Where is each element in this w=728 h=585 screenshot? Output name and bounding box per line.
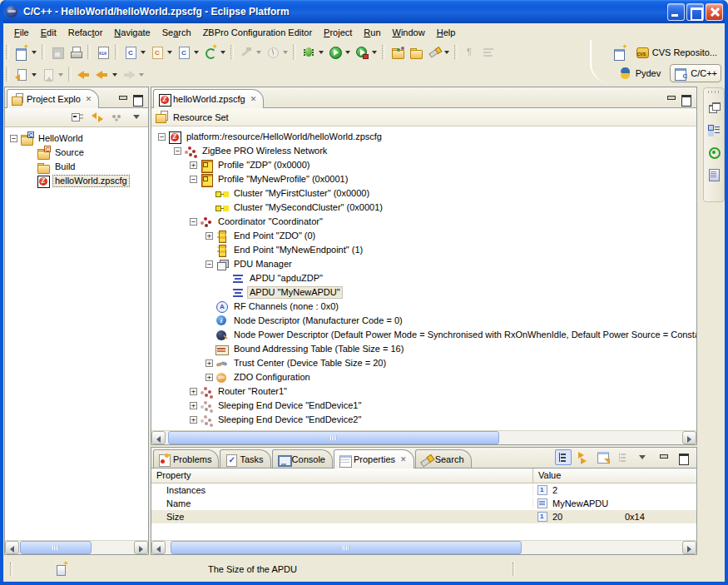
tree-item[interactable]: Bound Addressing Table (Table Size = 16) [151,342,696,356]
tree-item[interactable]: +Router "Router1" [151,384,696,399]
maximize-button[interactable] [675,449,691,465]
fast-view-target-button[interactable] [707,146,721,161]
tree-expander-icon[interactable]: + [190,402,197,409]
tree-mode-button[interactable] [555,449,572,465]
dropdown-arrow-icon[interactable] [112,73,117,77]
table-row[interactable]: Size200x14 [151,510,696,523]
run-button[interactable] [326,43,344,62]
window-minimize-button[interactable] [667,3,685,21]
tree-item[interactable]: CSource [5,146,148,160]
open-type-button[interactable] [389,43,407,62]
tree-expander-icon[interactable]: + [206,374,213,381]
open-resource-button[interactable] [407,43,425,62]
properties-hscrollbar[interactable] [151,540,696,554]
tab-console[interactable]: Console [272,449,333,468]
menu-item-help[interactable]: Help [431,26,462,39]
tab-editor-helloworld-zpscfg[interactable]: helloWorld.zpscfg ✕ [153,89,264,108]
tree-item[interactable]: RF Channels (none : 0x0) [151,300,696,314]
back-button[interactable] [93,66,111,84]
menu-item-edit[interactable]: Edit [35,26,62,39]
dropdown-arrow-icon[interactable] [32,51,37,54]
print-button[interactable] [67,43,85,62]
project-explorer-hscrollbar[interactable] [5,540,148,554]
window-close-button[interactable] [706,3,723,21]
tree-item[interactable]: −ZigBee PRO Wireless Network [151,144,696,158]
maximize-view-button[interactable] [132,94,143,104]
new-c-file-button[interactable] [121,43,140,62]
table-row[interactable]: Instances2 [151,483,696,497]
scroll-left-button[interactable] [151,431,166,444]
scroll-thumb[interactable] [20,541,92,554]
dropdown-arrow-icon[interactable] [444,51,449,54]
tab-properties[interactable]: Properties✕ [334,449,414,468]
dropdown-button[interactable] [130,110,145,125]
tree-expander-icon[interactable]: − [190,218,197,226]
tree-item[interactable]: +Sleeping End Device "EndDevice1" [151,399,696,413]
tree-item[interactable]: End Point "MyNewEndpoint" (1) [151,243,696,257]
scroll-left-button[interactable] [5,541,19,554]
tree-item[interactable]: −Coordinator "Coordinator" [151,215,696,229]
tree-item[interactable]: +Sleeping End Device "EndDevice2" [151,413,696,427]
tree-item[interactable]: +Profile "ZDP" (0x0000) [151,158,696,172]
close-icon[interactable]: ✕ [86,95,92,103]
scroll-thumb[interactable] [168,431,498,444]
dropdown-arrow-icon[interactable] [372,51,377,54]
scroll-right-button[interactable] [682,431,696,444]
drag-handle[interactable] [708,91,720,93]
advanced-properties-button[interactable] [575,449,592,465]
column-header-property[interactable]: Property [151,468,533,483]
run-external-button[interactable] [353,43,371,62]
tree-item[interactable]: −platform:/resource/HelloWorld/helloWorl… [151,130,696,144]
tree-expander-icon[interactable]: + [190,161,197,169]
tree-item[interactable]: Node Power Descriptor (Default Power Mod… [151,328,696,342]
collapse-all-button[interactable] [70,110,85,125]
dropdown-arrow-icon[interactable] [345,51,350,54]
tree-expander-icon[interactable]: − [158,133,166,141]
menu-item-window[interactable]: Window [387,26,431,39]
tree-expander-icon[interactable]: − [190,176,197,183]
tree-item[interactable]: +End Point "ZDO" (0) [151,229,696,243]
column-header-value[interactable]: Value [533,468,564,483]
tree-item[interactable]: Node Descriptor (Manufacturer Code = 0) [151,314,696,328]
minimize-editor-button[interactable] [666,94,676,104]
close-icon[interactable]: ✕ [250,95,257,103]
maximize-editor-button[interactable] [681,94,691,104]
tree-item[interactable]: −CHelloWorld [5,131,148,146]
binary-file-button[interactable] [94,43,112,62]
new-perspective-icon[interactable] [613,46,626,59]
tree-item[interactable]: −PDU Manager [151,257,696,271]
perspective-pydev[interactable]: Pydev [615,64,666,82]
make-target-button[interactable] [201,43,220,62]
view-menu-button[interactable] [110,110,125,125]
menu-item-search[interactable]: Search [156,26,197,39]
tree-item[interactable]: APDU "MyNewAPDU" [151,285,696,300]
tree-expander-icon[interactable]: − [206,260,213,268]
dropdown-arrow-icon[interactable] [167,51,172,54]
property-value-cell[interactable]: 200x14 [533,510,696,523]
tree-item[interactable]: +Trust Center (Device Table Size = 20) [151,356,696,370]
tree-expander-icon[interactable]: − [10,135,17,142]
dropdown-button[interactable] [635,449,651,465]
window-maximize-button[interactable] [686,3,704,21]
tree-expander-icon[interactable]: + [206,232,213,240]
tree-expander-icon[interactable]: − [174,147,181,155]
scroll-left-button[interactable] [151,541,166,554]
tab-project-explorer[interactable]: Project Explo ✕ [7,89,99,108]
tab-problems[interactable]: Problems [153,449,219,468]
dropdown-arrow-icon[interactable] [141,51,146,54]
back-strong-button[interactable] [75,66,93,84]
tree-item[interactable]: Cluster "MyFirstCluster" (0x0000) [151,186,696,201]
new-c-project-button[interactable] [175,43,193,62]
menu-item-run[interactable]: Run [358,26,386,39]
tree-expander-icon[interactable]: + [190,416,197,424]
menu-item-project[interactable]: Project [318,26,358,39]
fast-view-icon[interactable] [55,563,68,576]
dropdown-arrow-icon[interactable] [194,51,199,54]
minimize-view-button[interactable] [117,94,128,104]
dropdown-arrow-icon[interactable] [220,51,225,54]
scroll-thumb[interactable] [171,541,522,554]
mark-occurrences-button[interactable] [425,43,443,62]
dropdown-arrow-icon[interactable] [32,73,37,77]
editor-hscrollbar[interactable] [151,430,696,444]
table-row[interactable]: NameMyNewAPDU [151,497,696,510]
